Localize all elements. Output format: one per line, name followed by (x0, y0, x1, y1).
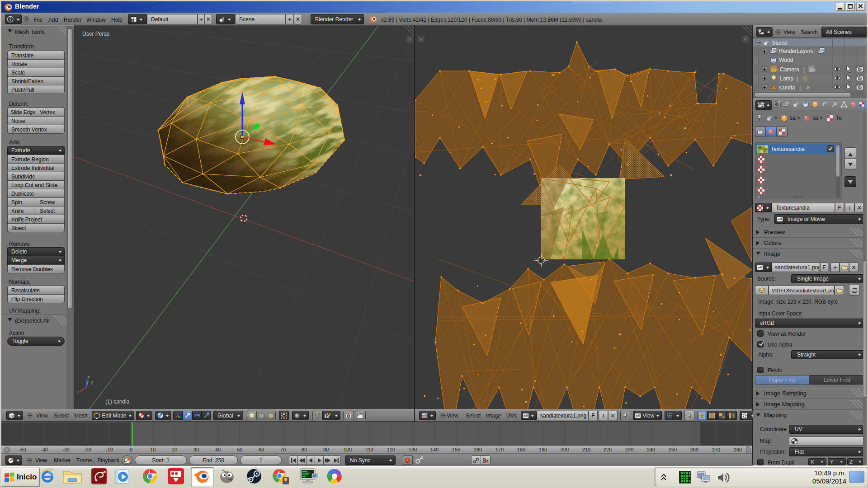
svg-text:y: y (91, 380, 93, 385)
svg-text:x: x (76, 389, 79, 394)
svg-text:z: z (87, 375, 90, 380)
